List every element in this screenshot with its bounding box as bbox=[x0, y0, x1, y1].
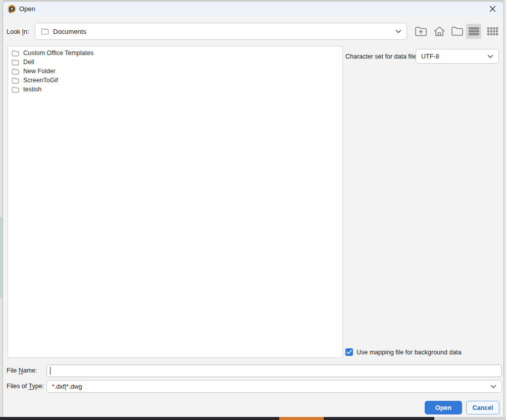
look-in-value: Documents bbox=[53, 28, 86, 35]
chevron-down-icon bbox=[490, 383, 496, 390]
file-name: Dell bbox=[23, 59, 34, 66]
chevron-down-icon bbox=[487, 53, 493, 60]
folder-up-icon bbox=[415, 26, 427, 37]
text-caret bbox=[50, 367, 50, 375]
cancel-button[interactable]: Cancel bbox=[466, 401, 499, 414]
taskbar-light-segment bbox=[434, 417, 506, 420]
title-bar[interactable]: Open bbox=[3, 2, 503, 16]
files-of-type-dropdown[interactable]: *.dxf|*.dwg bbox=[46, 380, 502, 393]
folder-icon bbox=[12, 68, 19, 75]
close-button[interactable] bbox=[484, 2, 500, 16]
close-icon bbox=[489, 6, 496, 12]
grid-view-icon bbox=[487, 27, 498, 36]
checkbox-checked-icon[interactable] bbox=[345, 348, 353, 356]
app-logo-icon bbox=[8, 5, 16, 13]
folder-icon bbox=[12, 59, 19, 66]
folder-icon bbox=[12, 86, 19, 93]
file-name: Custom Office Templates bbox=[23, 49, 93, 57]
list-view-icon bbox=[468, 27, 480, 36]
file-list-item[interactable]: ScreenToGif bbox=[8, 76, 342, 85]
charset-value: UTF-8 bbox=[421, 53, 439, 60]
window-title: Open bbox=[19, 5, 35, 13]
look-in-dropdown[interactable]: Documents bbox=[35, 23, 407, 40]
files-of-type-value: *.dxf|*.dwg bbox=[52, 383, 82, 390]
look-in-label: Look In: bbox=[7, 28, 29, 35]
file-list-item[interactable]: New Folder bbox=[8, 67, 342, 76]
file-name: ScreenToGif bbox=[23, 77, 58, 84]
folder-icon bbox=[12, 77, 19, 84]
mapping-checkbox-row[interactable]: Use mapping file for background data bbox=[345, 348, 462, 356]
background-strip bbox=[504, 0, 506, 417]
file-name-label: File Name: bbox=[7, 367, 37, 374]
file-list-item[interactable]: Custom Office Templates bbox=[8, 48, 342, 58]
files-of-type-label: Files of Type: bbox=[7, 383, 44, 390]
file-name: New Folder bbox=[23, 68, 56, 75]
file-name-input[interactable] bbox=[46, 364, 502, 377]
file-name: testish bbox=[23, 86, 41, 93]
file-list-item[interactable]: Dell bbox=[8, 58, 342, 67]
parent-folder-button[interactable] bbox=[414, 24, 428, 39]
file-list-item[interactable]: testish bbox=[8, 85, 342, 94]
folder-icon bbox=[12, 50, 19, 57]
folder-icon bbox=[41, 28, 49, 35]
open-dialog: Open Look In: Documents bbox=[3, 1, 504, 417]
charset-label: Character set for data file: bbox=[345, 53, 418, 60]
file-list-panel[interactable]: Custom Office Templates Dell New Folder … bbox=[8, 46, 343, 358]
home-icon bbox=[433, 26, 445, 37]
new-folder-icon bbox=[451, 26, 464, 36]
open-button[interactable]: Open bbox=[425, 401, 462, 414]
home-button[interactable] bbox=[432, 24, 446, 39]
screen: Open Look In: Documents bbox=[0, 0, 506, 420]
charset-dropdown[interactable]: UTF-8 bbox=[416, 49, 499, 64]
list-view-button[interactable] bbox=[466, 24, 481, 39]
detail-view-button[interactable] bbox=[485, 24, 499, 39]
taskbar[interactable] bbox=[0, 417, 506, 420]
chevron-down-icon bbox=[395, 28, 401, 35]
taskbar-orange-segment bbox=[279, 417, 324, 420]
new-folder-button[interactable] bbox=[450, 24, 464, 39]
mapping-checkbox-label: Use mapping file for background data bbox=[357, 349, 462, 356]
